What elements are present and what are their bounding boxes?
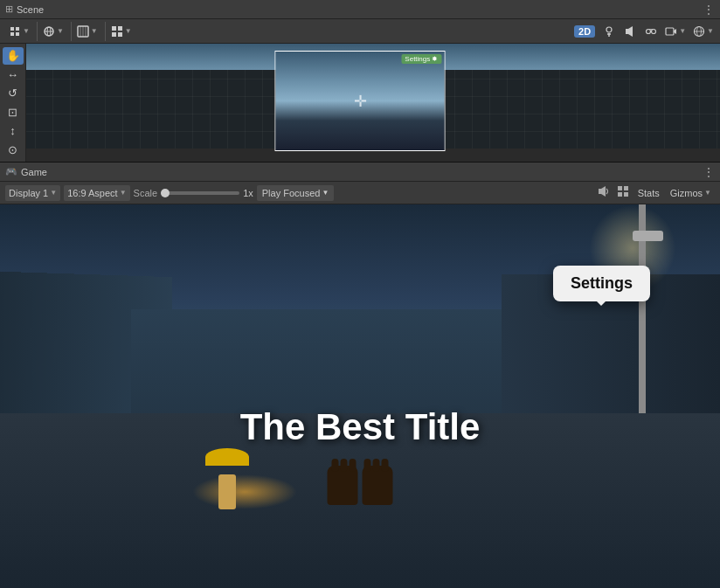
lamp-shade: [205, 448, 249, 466]
scene-tool-hand[interactable]: ✋: [3, 47, 24, 65]
layout-button[interactable]: ▼: [108, 22, 135, 41]
lamp-body: [218, 474, 236, 509]
game-title-left: 🎮 Game: [5, 166, 47, 177]
layout-caret: ▼: [125, 27, 132, 35]
aspect-caret: ▼: [707, 27, 714, 35]
scene-left-toolbar: ✋ ↔ ↺ ⊡ ↕ ⊙: [0, 44, 26, 162]
play-focused-label: Play Focused: [262, 188, 321, 198]
scene-panel: ⊞ Scene ⋮ ▼ ▼ ▼ ▼: [0, 0, 720, 163]
svg-point-15: [606, 27, 612, 32]
svg-point-20: [647, 29, 651, 33]
svg-point-21: [652, 29, 656, 33]
svg-marker-19: [628, 26, 633, 37]
game-toolbar-right: Stats Gizmos ▼: [596, 183, 715, 202]
scene-tool-rotate[interactable]: ↺: [3, 85, 24, 102]
gloves-object: [328, 466, 393, 505]
scene-more-button[interactable]: ⋮: [703, 3, 715, 17]
scale-label: Scale: [134, 188, 158, 198]
game-display-select[interactable]: Display 1 ▼: [5, 185, 60, 201]
svg-rect-3: [16, 32, 19, 36]
scene-tool-scale[interactable]: ⊡: [3, 104, 24, 121]
game-panel-title: Game: [21, 167, 47, 177]
scene-settings-badge[interactable]: Settings ✸: [401, 54, 441, 64]
scene-title-left: ⊞ Scene: [5, 3, 44, 15]
svg-rect-32: [618, 192, 622, 197]
scene-aspect-button[interactable]: ▼: [690, 22, 717, 41]
game-grid-button[interactable]: [615, 183, 631, 202]
glove-right: [363, 466, 393, 505]
svg-marker-29: [601, 186, 606, 197]
scene-light-button[interactable]: [599, 22, 619, 41]
play-focused-button[interactable]: Play Focused ▼: [257, 185, 335, 201]
aspect-arrow: ▼: [120, 189, 127, 197]
svg-rect-1: [16, 27, 19, 31]
game-audio-button[interactable]: [596, 183, 612, 202]
svg-rect-18: [626, 29, 628, 34]
svg-rect-14: [118, 32, 122, 37]
gizmos-arrow: ▼: [704, 189, 711, 197]
scale-container: Scale 1x: [134, 188, 253, 198]
toolbar-coordinate-group: ▼: [37, 22, 69, 41]
transform-handle-button[interactable]: ▼: [6, 22, 32, 41]
game-viewport: Settings The Best Title: [0, 204, 720, 588]
game-aspect-select[interactable]: 16:9 Aspect ▼: [64, 185, 129, 201]
scale-slider[interactable]: [161, 191, 239, 195]
lamp-object: [205, 448, 249, 501]
scene-tool-custom[interactable]: ⊙: [3, 142, 24, 159]
scene-tool-move[interactable]: ↔: [3, 66, 24, 84]
coordinate-button[interactable]: ▼: [40, 22, 66, 41]
streetlight-head: [633, 231, 663, 241]
scene-fx-button[interactable]: [641, 22, 661, 41]
scene-toolbar: ▼ ▼ ▼ ▼ 2D: [0, 19, 720, 44]
settings-tooltip[interactable]: Settings: [553, 266, 650, 301]
game-panel: 🎮 Game ⋮ Display 1 ▼ 16:9 Aspect ▼ Scale…: [0, 163, 720, 588]
move-gizmo-icon: ✛: [354, 92, 367, 111]
svg-rect-11: [112, 26, 116, 31]
scene-audio-button[interactable]: [620, 22, 640, 41]
scene-panel-title: Scene: [17, 4, 44, 15]
game-aspect-label: 16:9 Aspect: [67, 188, 118, 198]
play-focused-arrow: ▼: [322, 189, 329, 197]
transform-caret: ▼: [23, 27, 30, 35]
svg-rect-30: [618, 186, 622, 190]
scene-2d-button[interactable]: 2D: [571, 22, 598, 41]
svg-rect-0: [10, 27, 14, 31]
game-rect-preview: Settings ✸ ✛: [276, 52, 445, 150]
game-title-text: The Best Title: [240, 406, 481, 447]
svg-rect-31: [624, 186, 628, 190]
coordinate-caret: ▼: [57, 27, 64, 35]
svg-rect-12: [118, 26, 122, 31]
game-toolbar: Display 1 ▼ 16:9 Aspect ▼ Scale 1x Play …: [0, 182, 720, 204]
scene-camera-button[interactable]: ▼: [662, 22, 689, 41]
svg-rect-33: [624, 192, 628, 197]
camera-caret: ▼: [679, 27, 686, 35]
toolbar-snap-group: ▼: [71, 22, 103, 41]
snap-caret: ▼: [91, 27, 98, 35]
snap-button[interactable]: ▼: [74, 22, 100, 41]
gizmos-button[interactable]: Gizmos ▼: [667, 187, 715, 199]
svg-rect-23: [666, 28, 674, 35]
svg-rect-2: [10, 32, 14, 36]
scene-toolbar-right: 2D ▼ ▼: [571, 22, 717, 41]
settings-tooltip-text: Settings: [571, 274, 633, 292]
scene-viewport: ✋ ↔ ↺ ⊡ ↕ ⊙ Settings ✸ ✛: [0, 44, 720, 162]
gizmos-label: Gizmos: [670, 188, 703, 198]
display-arrow: ▼: [50, 189, 57, 197]
svg-rect-13: [112, 32, 116, 37]
game-panel-icon: 🎮: [5, 166, 17, 177]
scene-tool-transform[interactable]: ↕: [3, 122, 24, 140]
toolbar-transform-group: ▼: [3, 22, 35, 41]
2d-label: 2D: [574, 25, 595, 38]
game-more-button[interactable]: ⋮: [703, 165, 715, 179]
stats-button[interactable]: Stats: [634, 187, 663, 199]
glove-left: [328, 466, 358, 505]
scene-titlebar: ⊞ Scene ⋮: [0, 0, 720, 19]
scene-panel-icon: ⊞: [5, 3, 13, 15]
game-title-overlay: The Best Title: [240, 406, 481, 448]
scale-value: 1x: [243, 188, 253, 198]
svg-rect-28: [599, 189, 601, 194]
game-camera-rect: Settings ✸ ✛: [275, 51, 446, 151]
game-titlebar: 🎮 Game ⋮: [0, 163, 720, 182]
game-display-label: Display 1: [9, 188, 48, 198]
toolbar-layout-group: ▼: [105, 22, 137, 41]
